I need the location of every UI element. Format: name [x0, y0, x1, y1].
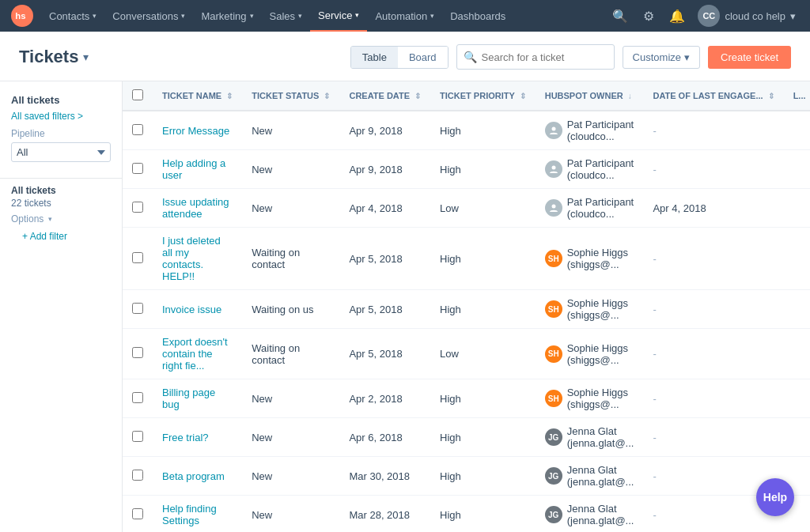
create-ticket-button[interactable]: Create ticket — [708, 46, 791, 69]
table-view-button[interactable]: Table — [351, 47, 398, 68]
owner-avatar — [545, 199, 562, 217]
ticket-name-link[interactable]: Help finding Settings — [162, 503, 217, 526]
ticket-priority: High — [430, 457, 536, 496]
options-row: Options ▾ — [11, 213, 111, 224]
ticket-extra — [784, 329, 810, 379]
row-checkbox[interactable] — [132, 252, 143, 263]
table-row: Free trial?NewApr 6, 2018HighJGJenna Gla… — [123, 418, 810, 457]
ticket-last-engage: - — [643, 290, 783, 329]
row-checkbox[interactable] — [132, 347, 143, 358]
title-dropdown-icon[interactable]: ▾ — [83, 51, 89, 63]
row-checkbox[interactable] — [132, 303, 143, 314]
row-checkbox[interactable] — [132, 470, 143, 481]
nav-service[interactable]: Service▾ — [310, 0, 367, 32]
ticket-priority: High — [430, 228, 536, 290]
table-row: Billing page bugNewApr 2, 2018HighSHSoph… — [123, 379, 810, 418]
ticket-status: Waiting on contact — [242, 228, 339, 290]
nav-sales[interactable]: Sales▾ — [262, 0, 311, 32]
sort-icon: ⇕ — [520, 92, 526, 100]
ticket-priority: High — [430, 418, 536, 457]
col-last-engage[interactable]: DATE OF LAST ENGAGE... ⇕ — [643, 81, 783, 111]
ticket-last-engage: - — [643, 329, 783, 379]
col-extra[interactable]: L... — [784, 81, 810, 111]
ticket-status: New — [242, 111, 339, 150]
table-row: Error MessageNewApr 9, 2018HighPat Parti… — [123, 111, 810, 150]
settings-icon-btn[interactable]: ⚙ — [636, 3, 661, 28]
row-checkbox[interactable] — [132, 431, 143, 442]
nav-automation[interactable]: Automation▾ — [367, 0, 442, 32]
svg-point-4 — [551, 205, 555, 209]
ticket-name-link[interactable]: I just deleted all my contacts. HELP!! — [162, 235, 221, 282]
ticket-name-link[interactable]: Free trial? — [162, 432, 209, 443]
help-button[interactable]: Help — [756, 478, 794, 516]
ticket-name-link[interactable]: Error Message — [162, 125, 229, 137]
ticket-priority: High — [430, 379, 536, 418]
select-all-checkbox-header[interactable] — [123, 81, 153, 111]
nav-contacts[interactable]: Contacts▾ — [41, 0, 104, 32]
select-all-checkbox[interactable] — [132, 89, 143, 100]
sort-icon: ⇕ — [226, 92, 233, 100]
customize-button[interactable]: Customize ▾ — [623, 46, 700, 69]
owner-name: Sophie Higgs (shiggs@... — [567, 342, 634, 366]
pipeline-select[interactable]: All Support Pipeline Sales Pipeline — [11, 142, 111, 162]
ticket-create-date: Apr 5, 2018 — [339, 329, 430, 379]
topnav: hs Contacts▾ Conversations▾ Marketing▾ S… — [0, 0, 810, 32]
nav-dashboards[interactable]: Dashboards — [442, 0, 513, 32]
user-menu[interactable]: CC cloud co help ▾ — [693, 0, 801, 32]
search-icon-btn[interactable]: 🔍 — [608, 3, 633, 28]
ticket-extra — [784, 290, 810, 329]
ticket-owner: JGJenna Glat (jenna.glat@... — [536, 496, 644, 533]
hubspot-logo[interactable]: hs — [9, 3, 35, 28]
ticket-name-link[interactable]: Issue updating attendee — [162, 196, 229, 220]
saved-filters-link[interactable]: All saved filters > — [11, 111, 111, 122]
ticket-priority: High — [430, 496, 536, 533]
sort-icon: ⇕ — [324, 92, 330, 100]
col-hubspot-owner[interactable]: HUBSPOT OWNER ↓ — [536, 81, 644, 111]
ticket-priority: High — [430, 290, 536, 329]
ticket-status: New — [242, 418, 339, 457]
chevron-down-icon: ▾ — [790, 10, 796, 22]
ticket-owner: SHSophie Higgs (shiggs@... — [536, 290, 644, 329]
row-checkbox[interactable] — [132, 202, 143, 213]
add-filter-button[interactable]: + Add filter — [11, 228, 111, 245]
ticket-extra — [784, 111, 810, 150]
ticket-last-engage: Apr 4, 2018 — [643, 189, 783, 228]
col-ticket-priority[interactable]: TICKET PRIORITY ⇕ — [430, 81, 536, 111]
ticket-last-engage: - — [643, 150, 783, 189]
row-checkbox[interactable] — [132, 392, 143, 403]
ticket-create-date: Apr 9, 2018 — [339, 150, 430, 189]
row-checkbox[interactable] — [132, 508, 143, 519]
ticket-priority: Low — [430, 329, 536, 379]
ticket-name-link[interactable]: Invoice issue — [162, 304, 221, 315]
ticket-name-link[interactable]: Help adding a user — [162, 157, 225, 181]
ticket-name-link[interactable]: Beta program — [162, 470, 225, 482]
sort-icon: ⇕ — [768, 92, 774, 100]
col-ticket-status[interactable]: TICKET STATUS ⇕ — [242, 81, 339, 111]
notifications-icon-btn[interactable]: 🔔 — [664, 3, 690, 28]
nav-marketing[interactable]: Marketing▾ — [193, 0, 261, 32]
col-ticket-name[interactable]: TICKET NAME ⇕ — [153, 81, 242, 111]
svg-point-3 — [551, 166, 555, 170]
options-link[interactable]: Options — [11, 213, 44, 224]
ticket-search-box[interactable]: 🔍 — [456, 44, 615, 70]
board-view-button[interactable]: Board — [398, 47, 448, 68]
search-input[interactable] — [482, 51, 600, 63]
row-checkbox[interactable] — [132, 124, 143, 135]
tickets-count: 22 tickets — [11, 198, 111, 209]
owner-avatar: JG — [545, 467, 562, 485]
view-toggle: Table Board — [350, 46, 449, 69]
ticket-last-engage: - — [643, 111, 783, 150]
owner-name: Sophie Higgs (shiggs@... — [567, 247, 634, 270]
ticket-create-date: Apr 5, 2018 — [339, 290, 430, 329]
chevron-down-icon: ▾ — [48, 215, 52, 223]
col-create-date[interactable]: CREATE DATE ⇕ — [339, 81, 430, 111]
owner-avatar — [545, 122, 562, 139]
chevron-down-icon: ▾ — [298, 12, 302, 20]
nav-conversations[interactable]: Conversations▾ — [104, 0, 193, 32]
sort-active-icon: ↓ — [628, 92, 632, 100]
ticket-name-link[interactable]: Billing page bug — [162, 387, 215, 410]
owner-avatar: JG — [545, 506, 562, 523]
row-checkbox[interactable] — [132, 163, 143, 174]
ticket-priority: High — [430, 150, 536, 189]
ticket-name-link[interactable]: Export doesn't contain the right fie... — [162, 336, 228, 372]
